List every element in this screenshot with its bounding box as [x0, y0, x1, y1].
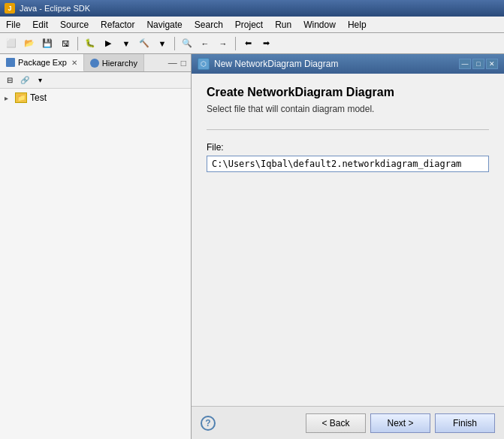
title-bar: J Java - Eclipse SDK: [0, 0, 504, 17]
folder-icon: 📁: [15, 92, 27, 103]
search-button[interactable]: 🔍: [179, 35, 195, 52]
save-all-button[interactable]: 🖫: [57, 35, 74, 52]
dialog: ⬡ New NetworkDiagram Diagram — □ ✕ Creat…: [192, 54, 504, 439]
package-explorer-label: Package Exp: [18, 58, 67, 67]
menu-project[interactable]: Project: [229, 17, 269, 32]
dialog-footer: ? < Back Next > Finish: [192, 406, 504, 439]
dialog-icon: ⬡: [198, 58, 210, 70]
menu-navigate[interactable]: Navigate: [140, 17, 188, 32]
package-explorer-icon: [6, 58, 15, 67]
panel-tabs: Package Exp ✕ Hierarchy — □: [0, 54, 191, 72]
sep2: [174, 37, 175, 50]
footer-buttons: < Back Next > Finish: [306, 413, 495, 433]
dialog-minimize[interactable]: —: [459, 59, 471, 69]
link-with-editor-btn[interactable]: 🔗: [18, 74, 32, 87]
minimize-panel[interactable]: —: [167, 58, 179, 68]
build-button[interactable]: 🔨: [136, 35, 152, 52]
main-toolbar: ⬜ 📂 💾 🖫 🐛 ▶ ▼ 🔨 ▼ 🔍 ← → ⬅ ➡: [0, 33, 504, 54]
menu-source[interactable]: Source: [54, 17, 95, 32]
main-layout: Package Exp ✕ Hierarchy — □ ⊟ 🔗 ▾ ▸ 📁 Te…: [0, 54, 504, 439]
view-menu-btn[interactable]: ▾: [33, 74, 47, 87]
hierarchy-icon: [90, 59, 99, 68]
collapse-all-btn[interactable]: ⊟: [3, 74, 17, 87]
menu-edit[interactable]: Edit: [26, 17, 54, 32]
tree-item-label: Test: [30, 92, 47, 103]
new-button[interactable]: ⬜: [3, 35, 20, 52]
back-nav[interactable]: ←: [197, 35, 213, 52]
tab-hierarchy[interactable]: Hierarchy: [84, 54, 144, 71]
save-button[interactable]: 💾: [39, 35, 56, 52]
dialog-subtext: Select file that will contain diagram mo…: [207, 104, 489, 114]
debug-button[interactable]: 🐛: [82, 35, 98, 52]
dialog-content: Create NetworkDiagram Diagram Select fil…: [192, 74, 504, 406]
dialog-close[interactable]: ✕: [486, 59, 498, 69]
left-panel: Package Exp ✕ Hierarchy — □ ⊟ 🔗 ▾ ▸ 📁 Te…: [0, 54, 192, 439]
dialog-maximize[interactable]: □: [472, 59, 484, 69]
menu-refactor[interactable]: Refactor: [95, 17, 140, 32]
tab-package-explorer[interactable]: Package Exp ✕: [0, 54, 84, 71]
panel-tab-controls: — □: [167, 58, 191, 68]
back-button[interactable]: < Back: [306, 413, 366, 433]
maximize-panel[interactable]: □: [180, 58, 188, 68]
menu-bar: File Edit Source Refactor Navigate Searc…: [0, 17, 504, 33]
forward-nav[interactable]: →: [215, 35, 231, 52]
help-button[interactable]: ?: [201, 416, 216, 431]
tree-expand-arrow: ▸: [5, 94, 12, 102]
list-item[interactable]: ▸ 📁 Test: [3, 92, 188, 104]
run-dropdown[interactable]: ▼: [118, 35, 134, 52]
hierarchy-label: Hierarchy: [102, 59, 137, 68]
dialog-title-controls: — □ ✕: [459, 59, 498, 69]
package-tab-close[interactable]: ✕: [71, 59, 77, 67]
tree-view: ▸ 📁 Test: [0, 89, 191, 439]
panel-toolbar: ⊟ 🔗 ▾: [0, 72, 191, 89]
prev-edit[interactable]: ⬅: [240, 35, 256, 52]
open-button[interactable]: 📂: [21, 35, 38, 52]
dialog-heading: Create NetworkDiagram Diagram: [207, 86, 489, 99]
menu-run[interactable]: Run: [269, 17, 297, 32]
dialog-divider: [207, 129, 489, 130]
menu-file[interactable]: File: [0, 17, 26, 32]
next-edit[interactable]: ➡: [258, 35, 274, 52]
file-field-group: File:: [207, 142, 489, 172]
file-label: File:: [207, 142, 489, 153]
sep1: [77, 37, 78, 50]
menu-window[interactable]: Window: [297, 17, 342, 32]
app-icon: J: [5, 3, 15, 14]
dialog-title: New NetworkDiagram Diagram: [214, 59, 338, 69]
menu-search[interactable]: Search: [189, 17, 229, 32]
next-button[interactable]: Next >: [370, 413, 430, 433]
file-input[interactable]: [207, 156, 489, 172]
dialog-title-bar: ⬡ New NetworkDiagram Diagram — □ ✕: [192, 54, 504, 74]
menu-help[interactable]: Help: [342, 17, 373, 32]
sep3: [235, 37, 236, 50]
window-title: Java - Eclipse SDK: [20, 4, 90, 13]
run-button[interactable]: ▶: [100, 35, 116, 52]
build-dropdown[interactable]: ▼: [154, 35, 171, 52]
finish-button[interactable]: Finish: [435, 413, 495, 433]
